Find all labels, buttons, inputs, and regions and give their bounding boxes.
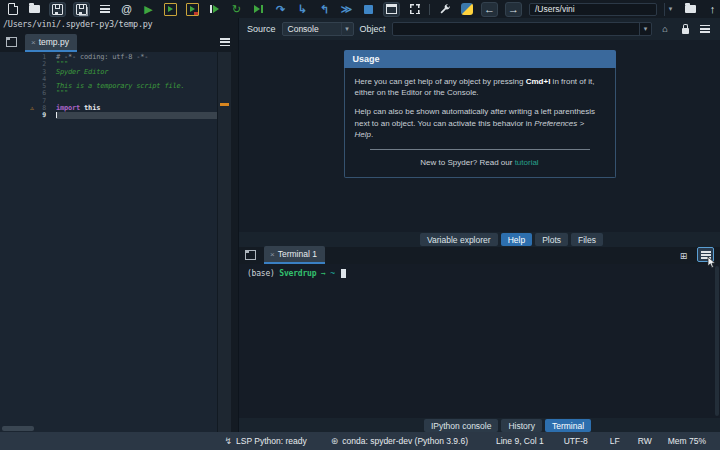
terminal-pane: × Terminal 1 ⊞ (base) Sverdrup → ~	[239, 247, 720, 418]
source-select[interactable]: Console ▾	[282, 22, 354, 36]
object-dropdown-icon[interactable]: ▾	[639, 23, 651, 36]
working-directory-dropdown-icon[interactable]: ▾	[664, 3, 676, 16]
editor-tab-label: temp.py	[39, 37, 69, 47]
terminal-scrollbar[interactable]	[715, 266, 719, 416]
run-cell-advance-icon[interactable]	[185, 2, 200, 17]
line-number: 2	[0, 61, 56, 68]
line-number: 7	[0, 98, 56, 105]
conda-env-status[interactable]: ⊛ conda: spyder-dev (Python 3.9.6)	[331, 436, 468, 446]
line-number: 1	[0, 54, 56, 61]
editor-options-icon[interactable]	[220, 38, 230, 46]
line-number: 5	[0, 83, 56, 90]
step-over-icon[interactable]: ↷	[273, 2, 288, 17]
code-area[interactable]: 1 # -*- coding: utf-8 -*- 2 """ 3 Spyder…	[0, 54, 217, 119]
file-switcher-icon[interactable]	[97, 2, 112, 17]
browse-directory-icon[interactable]	[683, 2, 698, 17]
editor-tab-temp-py[interactable]: × temp.py	[25, 34, 77, 52]
usage-card-body: Here you can get help of any object by p…	[344, 68, 616, 178]
terminal-body[interactable]: (base) Sverdrup → ~	[239, 264, 720, 418]
toolbar-separator	[429, 4, 430, 15]
close-tab-icon[interactable]: ×	[31, 38, 36, 47]
tutorial-link[interactable]: tutorial	[515, 158, 539, 167]
code-token: """	[56, 89, 68, 97]
new-terminal-icon[interactable]: ⊞	[676, 249, 691, 262]
terminal-tab-label: Terminal 1	[278, 249, 317, 259]
tab-plots[interactable]: Plots	[535, 233, 568, 246]
code-editor[interactable]: 1 # -*- coding: utf-8 -*- 2 """ 3 Spyder…	[0, 52, 238, 432]
step-into-icon[interactable]: ↳	[295, 2, 310, 17]
cursor-position-status: Line 9, Col 1	[496, 436, 544, 446]
line-number: 6	[0, 90, 56, 97]
code-line: 5 This is a temporary script file.	[0, 83, 217, 90]
step-return-icon[interactable]: ↰	[317, 2, 332, 17]
tab-history[interactable]: History	[501, 419, 541, 432]
continue-icon[interactable]: ≫	[339, 2, 354, 17]
code-token: # -*- coding: utf-8 -*-	[56, 53, 148, 61]
run-selection-icon[interactable]	[207, 2, 222, 17]
new-file-icon[interactable]	[5, 2, 20, 17]
lsp-status: ↯ LSP Python: ready	[224, 436, 306, 446]
close-tab-icon[interactable]: ×	[270, 250, 275, 259]
symbol-finder-icon[interactable]: @	[119, 2, 134, 17]
tab-help[interactable]: Help	[501, 233, 532, 246]
editor-scrollflag-column[interactable]	[217, 52, 231, 432]
preferences-wrench-icon[interactable]	[437, 2, 452, 17]
back-icon[interactable]: ←	[481, 2, 498, 17]
working-directory-input[interactable]: /Users/vini	[529, 3, 657, 16]
object-input[interactable]: ▾	[392, 22, 652, 36]
lsp-icon: ↯	[224, 436, 232, 446]
source-dropdown-icon[interactable]: ▾	[341, 23, 353, 36]
editor-pane: /Users/vini/.spyder-py3/temp.py × temp.p…	[0, 18, 238, 432]
run-icon[interactable]: ▶	[141, 2, 156, 17]
source-select-value: Console	[283, 24, 341, 34]
stop-debug-icon[interactable]	[361, 2, 376, 17]
terminal-tab-1[interactable]: × Terminal 1	[264, 246, 325, 264]
warning-flag-marker[interactable]	[220, 103, 229, 106]
python-logo-icon	[459, 2, 474, 17]
file-path-text: /Users/vini/.spyder-py3/temp.py	[3, 19, 152, 29]
fullscreen-icon[interactable]	[407, 2, 422, 17]
lsp-status-text: LSP Python: ready	[236, 436, 307, 446]
editor-hscrollbar-thumb[interactable]	[2, 426, 34, 431]
open-file-icon[interactable]	[27, 2, 42, 17]
file-path-breadcrumb: /Users/vini/.spyder-py3/temp.py	[0, 18, 238, 30]
object-label: Object	[360, 24, 386, 34]
code-line: 6 """	[0, 90, 217, 97]
kbd-shortcut: Cmd+I	[526, 77, 551, 86]
tab-variable-explorer[interactable]: Variable explorer	[420, 233, 498, 246]
usage-card-title: Usage	[344, 50, 616, 68]
usage-paragraph-1: Here you can get help of any object by p…	[355, 76, 605, 98]
status-bar: ↯ LSP Python: ready ⊛ conda: spyder-dev …	[0, 432, 720, 450]
save-icon[interactable]	[49, 2, 66, 17]
mouse-cursor	[707, 255, 716, 273]
eol-status: LF	[610, 436, 620, 446]
usage-card: Usage Here you can get help of any objec…	[344, 50, 616, 178]
code-line-warning: ⚠ 8 import this	[0, 105, 217, 112]
rerun-cell-icon[interactable]: ↻	[229, 2, 244, 17]
run-cell-icon[interactable]	[163, 2, 178, 17]
right-pane: Source Console ▾ Object ▾ ⌂ Usage Here y…	[238, 18, 720, 432]
terminal-cursor	[341, 269, 346, 278]
text-cursor	[56, 112, 57, 118]
lock-icon[interactable]	[678, 25, 692, 34]
help-options-icon[interactable]	[698, 25, 712, 33]
parent-directory-icon[interactable]: ↑	[705, 2, 720, 17]
prompt-arrow: →	[321, 269, 326, 278]
code-line: 1 # -*- coding: utf-8 -*-	[0, 54, 217, 61]
forward-icon[interactable]: →	[505, 2, 522, 17]
tab-ipython-console[interactable]: IPython console	[424, 419, 498, 432]
run-to-cursor-icon[interactable]	[251, 2, 266, 17]
browse-tabs-icon[interactable]	[6, 37, 17, 47]
terminal-prompt: (base) Sverdrup → ~	[239, 264, 720, 278]
maximize-pane-icon[interactable]	[383, 2, 400, 17]
code-token: this	[80, 104, 100, 112]
tab-files[interactable]: Files	[571, 233, 603, 246]
save-all-icon[interactable]	[73, 2, 90, 17]
permissions-status: RW	[638, 436, 652, 446]
home-icon[interactable]: ⌂	[658, 24, 672, 34]
warning-icon[interactable]: ⚠	[30, 105, 34, 112]
line-number: 3	[0, 69, 56, 76]
conda-status-text: conda: spyder-dev (Python 3.9.6)	[342, 436, 468, 446]
tab-terminal[interactable]: Terminal	[545, 419, 591, 432]
browse-tabs-icon[interactable]	[245, 250, 256, 260]
